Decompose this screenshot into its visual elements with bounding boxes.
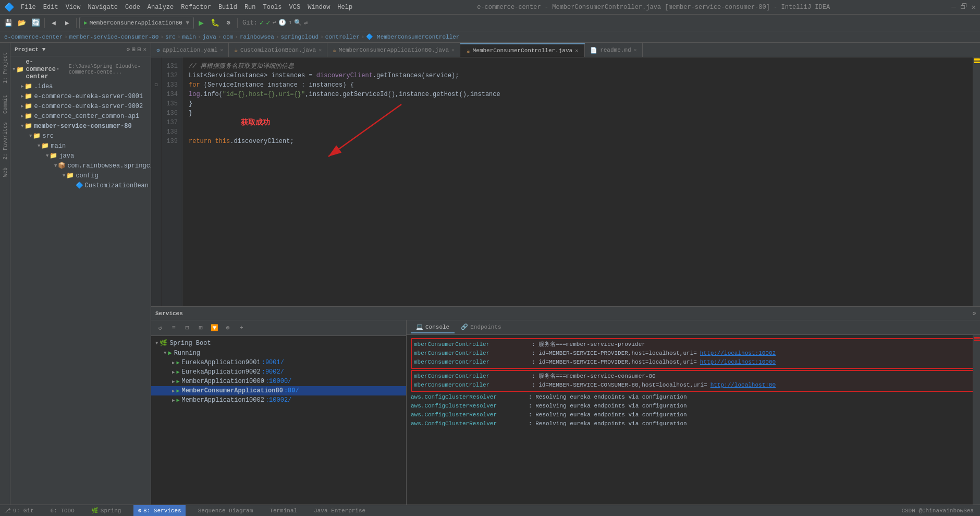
svc-tree-consumer80[interactable]: ▶ ▶ MemberConsumerApplication80 :80/ [151, 386, 406, 395]
status-tab-services[interactable]: ⚙ 8: Services [133, 505, 185, 516]
git-undo-icon[interactable]: ↩ [273, 19, 276, 27]
console-link-1[interactable]: http://localhost:10002 [700, 349, 776, 358]
translate-icon[interactable]: ⇄ [304, 19, 308, 27]
project-selector[interactable]: ▶ MemberConsumerApplication80 ▼ [79, 17, 194, 29]
menu-tools[interactable]: Tools [260, 3, 285, 12]
project-expand-icon[interactable]: ⊞ [132, 46, 136, 53]
menu-navigate[interactable]: Navigate [84, 3, 121, 12]
search-everywhere-icon[interactable]: 🔍 [294, 19, 302, 27]
svc-port-member10002[interactable]: :10002/ [265, 397, 291, 404]
sync-button[interactable]: 🔄 [29, 17, 42, 29]
menu-build[interactable]: Build [215, 3, 240, 12]
tree-item-src[interactable]: ▼ 📁 src [10, 131, 151, 141]
services-add-button[interactable]: + [236, 322, 247, 334]
tree-root[interactable]: ▼ 📁 e-commerce-center E:\Java\Spring Clo… [10, 57, 151, 81]
breadcrumb-item-5[interactable]: java [203, 34, 216, 40]
run-coverage-button[interactable]: ⚙ [222, 17, 235, 29]
console-link-3[interactable]: http://localhost:80 [710, 381, 776, 390]
services-collapse-button[interactable]: ⊟ [181, 322, 193, 334]
svc-port-consumer80[interactable]: :80/ [284, 387, 299, 394]
services-refresh-button[interactable]: ↺ [154, 322, 166, 334]
tab-application-yaml[interactable]: ⚙ application.yaml ✕ [151, 43, 229, 57]
svc-tree-member10000[interactable]: ▶ ▶ MemberApplication10000 :10000/ [151, 377, 406, 386]
status-tab-spring[interactable]: 🌿 Spring [87, 505, 126, 516]
menu-run[interactable]: Run [241, 3, 259, 12]
menu-code[interactable]: Code [122, 3, 143, 12]
project-close-icon[interactable]: ✕ [143, 46, 146, 53]
tree-item-package[interactable]: ▼ 📦 com.rainbowsea.springcloud [10, 161, 151, 171]
tab-customization-bean[interactable]: ☕ CustomizationBean.java ✕ [229, 43, 327, 57]
open-button[interactable]: 📂 [16, 17, 28, 29]
console-output[interactable]: mberConsumerController : 服务名===member-se… [407, 335, 980, 505]
services-filter-button[interactable]: 🔽 [209, 322, 220, 334]
close-tab-yaml[interactable]: ✕ [220, 47, 223, 53]
status-tab-sequence[interactable]: Sequence Diagram [194, 505, 258, 516]
project-gear-icon[interactable]: ⚙ [127, 46, 130, 53]
win-minimize-button[interactable]: — [951, 3, 956, 11]
breadcrumb-item-6[interactable]: com [223, 34, 234, 40]
tree-item-java[interactable]: ▼ 📁 java [10, 151, 151, 161]
status-tab-java-enterprise[interactable]: Java Enterprise [310, 505, 370, 516]
svc-tree-eureka9002[interactable]: ▶ ▶ EurekaApplication9002 :9002/ [151, 367, 406, 377]
tree-item-eureka9001[interactable]: ▶ 📁 e-commerce-eureka-server-9001 [10, 91, 151, 101]
console-tab-console[interactable]: 💻 Console [411, 321, 455, 333]
tab-member-consumer-controller[interactable]: ☕ MemberConsumerController.java ✕ [460, 43, 585, 57]
services-group-button[interactable]: ≡ [168, 322, 179, 334]
code-editor[interactable]: ◻ 131 132 133 134 135 136 137 [151, 57, 980, 306]
tree-item-eureka9002[interactable]: ▶ 📁 e-commerce-eureka-server-9002 [10, 101, 151, 111]
menu-window[interactable]: Window [304, 3, 333, 12]
svc-tree-eureka9001[interactable]: ▶ ▶ EurekaApplication9001 :9001/ [151, 358, 406, 367]
close-tab-readme[interactable]: ✕ [634, 47, 637, 53]
forward-button[interactable]: ▶ [61, 17, 74, 29]
breadcrumb-item-1[interactable]: e-commerce-center [4, 34, 63, 40]
menu-vcs[interactable]: VCS [286, 3, 304, 12]
menu-help[interactable]: Help [334, 3, 356, 12]
close-tab-app[interactable]: ✕ [451, 47, 455, 53]
sidebar-strip-project[interactable]: 1: Project [0, 47, 10, 89]
services-layout-button[interactable]: ⊞ [195, 322, 206, 334]
services-gear-icon[interactable]: ⚙ [972, 310, 976, 317]
tree-item-consumer80[interactable]: ▼ 📁 member-service-consumer-80 [10, 121, 151, 131]
tree-item-main[interactable]: ▼ 📁 main [10, 141, 151, 151]
tree-item-common-api[interactable]: ▶ 📁 e_commerce_center_common-api [10, 111, 151, 121]
run-button[interactable]: ▶ [195, 17, 207, 29]
back-button[interactable]: ◀ [47, 17, 60, 29]
svc-tree-springboot[interactable]: ▼ 🌿 Spring Boot [151, 338, 406, 348]
git-check-icon[interactable]: ✓ [260, 18, 264, 27]
breadcrumb-item-9[interactable]: controller [325, 34, 360, 40]
sidebar-strip-web[interactable]: Web [0, 162, 10, 183]
tab-member-consumer-app[interactable]: ☕ MemberConsumerApplication80.java ✕ [327, 43, 460, 57]
svc-port-member10000[interactable]: :10000/ [265, 378, 291, 385]
menu-analyze[interactable]: Analyze [144, 3, 177, 12]
win-close-button[interactable]: ✕ [972, 3, 976, 11]
console-tab-endpoints[interactable]: 🔗 Endpoints [456, 321, 506, 333]
close-tab-customization[interactable]: ✕ [318, 47, 322, 53]
svc-port-eureka9002[interactable]: :9002/ [262, 368, 284, 376]
sidebar-strip-favorites[interactable]: 2: Favorites [0, 120, 10, 162]
menu-view[interactable]: View [63, 3, 84, 12]
breadcrumb-item-7[interactable]: rainbowsea [240, 34, 274, 40]
git-push-icon[interactable]: ⬆ [288, 19, 292, 27]
status-tab-terminal[interactable]: Terminal [265, 505, 301, 516]
new-file-button[interactable]: 💾 [2, 17, 15, 29]
breadcrumb-item-3[interactable]: src [165, 34, 176, 40]
tree-item-idea[interactable]: ▶ 📁 .idea [10, 81, 151, 91]
svc-tree-running[interactable]: ▼ ▶ Running [151, 348, 406, 358]
status-tab-git[interactable]: ⎇ 9: Git [0, 505, 38, 516]
status-tab-todo[interactable]: 6: TODO [46, 505, 79, 516]
close-tab-controller[interactable]: ✕ [575, 47, 578, 54]
svc-tree-member10002[interactable]: ▶ ▶ MemberApplication10002 :10002/ [151, 395, 406, 405]
console-link-2[interactable]: http://localhost:10000 [700, 358, 776, 367]
menu-file[interactable]: File [18, 3, 39, 12]
breadcrumb-item-8[interactable]: springcloud [281, 34, 319, 40]
tree-item-config[interactable]: ▼ 📁 config [10, 171, 151, 181]
git-history-icon[interactable]: 🕐 [278, 19, 286, 27]
breadcrumb-item-2[interactable]: member-service-consumer-80 [69, 34, 159, 40]
sidebar-strip-commit[interactable]: Commit [0, 89, 10, 120]
svc-port-eureka9001[interactable]: :9001/ [262, 359, 284, 366]
menu-edit[interactable]: Edit [40, 3, 62, 12]
breadcrumb-item-10[interactable]: 🔷 MemberConsumerController [366, 33, 459, 40]
breadcrumb-item-4[interactable]: main [182, 34, 196, 40]
tab-readme[interactable]: 📄 readme.md ✕ [585, 43, 642, 57]
services-pin-button[interactable]: ⊛ [222, 322, 234, 334]
